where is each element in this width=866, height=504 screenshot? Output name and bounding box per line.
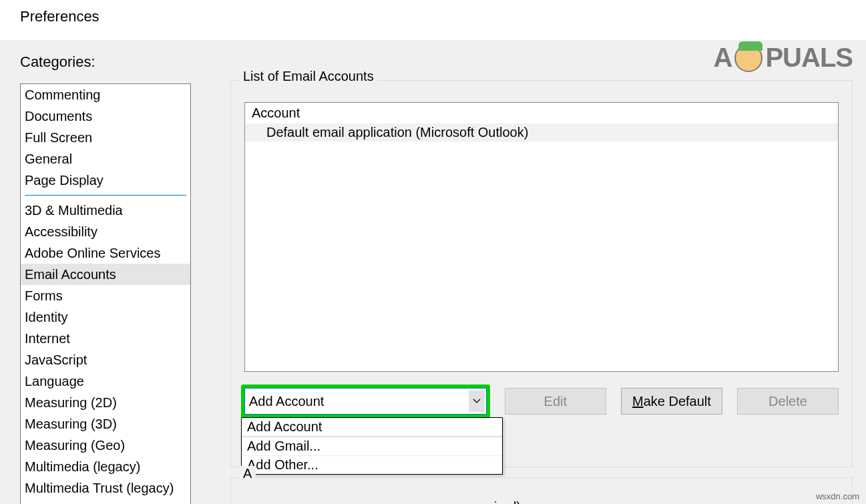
category-javascript[interactable]: JavaScript <box>21 349 190 370</box>
add-account-dropdown[interactable]: Add Account <box>244 388 487 415</box>
watermark-head-icon <box>734 44 763 72</box>
second-groupbox-label: A <box>239 466 256 481</box>
category-3d-multimedia[interactable]: 3D & Multimedia <box>21 200 190 221</box>
button-row: Add Account Add Account Add Gmail... Add… <box>244 388 839 418</box>
content-area: Categories: Commenting Documents Full Sc… <box>0 40 866 504</box>
category-general[interactable]: General <box>21 148 190 170</box>
second-groupbox: A ired) <box>230 477 853 504</box>
category-full-screen[interactable]: Full Screen <box>21 127 190 148</box>
category-measuring-2d[interactable]: Measuring (2D) <box>21 392 190 413</box>
source-label: wsxdn.com <box>816 491 859 501</box>
category-language[interactable]: Language <box>21 370 190 392</box>
window-title: Preferences <box>0 0 866 25</box>
categories-listbox[interactable]: Commenting Documents Full Screen General… <box>20 83 191 504</box>
add-account-highlight: Add Account Add Account Add Gmail... Add… <box>241 385 490 418</box>
category-multimedia-legacy[interactable]: Multimedia (legacy) <box>21 456 190 477</box>
email-accounts-groupbox: List of Email Accounts Account Default e… <box>230 80 853 467</box>
category-forms[interactable]: Forms <box>21 285 190 306</box>
category-internet[interactable]: Internet <box>21 328 190 349</box>
peek-text-fragment: ired) <box>494 499 521 504</box>
dropdown-option-add-account[interactable]: Add Account <box>242 418 502 437</box>
category-commenting[interactable]: Commenting <box>21 84 190 105</box>
category-adobe-online[interactable]: Adobe Online Services <box>21 242 190 264</box>
category-email-accounts[interactable]: Email Accounts <box>21 264 190 285</box>
category-multimedia-trust-legacy[interactable]: Multimedia Trust (legacy) <box>21 477 190 499</box>
watermark-post: PUALS <box>765 43 853 73</box>
category-divider <box>25 195 186 196</box>
chevron-down-icon[interactable] <box>469 391 485 412</box>
category-documents[interactable]: Documents <box>21 105 190 127</box>
make-default-button[interactable]: Make Default <box>621 388 722 415</box>
category-measuring-3d[interactable]: Measuring (3D) <box>21 413 190 435</box>
category-identity[interactable]: Identity <box>21 306 190 328</box>
edit-button[interactable]: Edit <box>505 388 606 415</box>
account-list[interactable]: Account Default email application (Micro… <box>244 102 839 372</box>
groupbox-label: List of Email Accounts <box>239 69 378 84</box>
dropdown-option-add-other[interactable]: Add Other... <box>242 456 502 474</box>
add-account-popup[interactable]: Add Account Add Gmail... Add Other... <box>241 417 503 475</box>
category-accessibility[interactable]: Accessibility <box>21 221 190 242</box>
account-row-default[interactable]: Default email application (Microsoft Out… <box>245 123 838 142</box>
watermark-pre: A <box>714 43 732 73</box>
watermark-logo: A PUALS <box>714 43 853 73</box>
delete-button[interactable]: Delete <box>737 388 839 415</box>
category-measuring-geo[interactable]: Measuring (Geo) <box>21 435 190 456</box>
dropdown-option-add-gmail[interactable]: Add Gmail... <box>242 437 502 456</box>
dropdown-selected-label: Add Account <box>249 394 324 409</box>
account-list-header: Account <box>245 103 838 123</box>
categories-label: Categories: <box>20 53 95 71</box>
category-page-display[interactable]: Page Display <box>21 170 190 191</box>
